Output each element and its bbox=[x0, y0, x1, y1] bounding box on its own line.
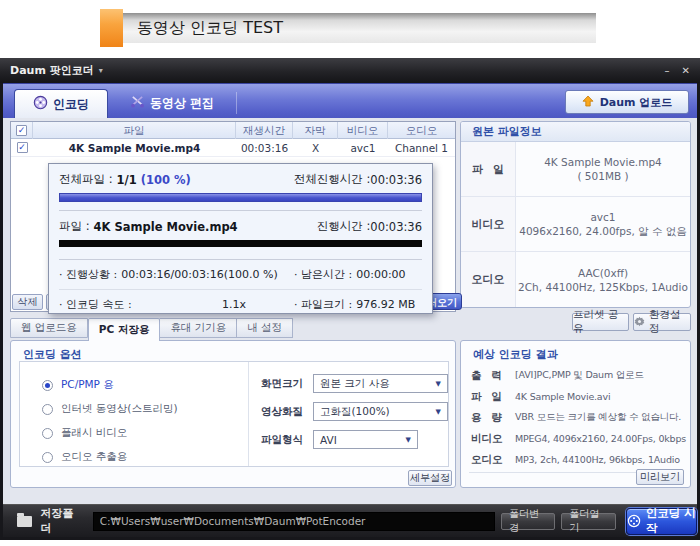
radio-internet-streaming[interactable]: 인터넷 동영상(스트리밍) bbox=[42, 397, 248, 421]
detail-settings-button[interactable]: 세부설정 bbox=[408, 470, 452, 486]
file-progress-bar bbox=[59, 240, 422, 247]
radio-flash-video[interactable]: 플래시 비디오 bbox=[42, 421, 248, 445]
window-titlebar[interactable]: Daum 팟인코더 ▾ – ✕ bbox=[0, 58, 700, 83]
result-row-audio: 오디오 MP3, 2ch, 44100Hz, 96kbps, 1Audio bbox=[471, 449, 685, 470]
cell-duration: 00:03:16 bbox=[236, 142, 293, 154]
source-audio-codec: AAC(0xff) bbox=[578, 266, 628, 280]
format-value: AVI bbox=[320, 434, 337, 446]
start-encoding-button[interactable]: 인코딩 시작 bbox=[626, 508, 697, 535]
radio-internet-label: 인터넷 동영상(스트리밍) bbox=[61, 402, 178, 416]
column-header-subtitle[interactable]: 자막 bbox=[293, 122, 338, 139]
output-label: 출 력 bbox=[471, 369, 515, 383]
select-all-cell[interactable]: ✓ bbox=[11, 122, 33, 139]
quality-value: 고화질(100%) bbox=[320, 405, 390, 419]
open-folder-button[interactable]: 폴더열기 bbox=[561, 513, 615, 530]
result-row-output: 출 력 [AVI]PC,PMP 및 Daum 업로드 bbox=[471, 365, 685, 386]
quality-row: 영상화질 고화질(100%) ▼ bbox=[261, 402, 448, 421]
table-row[interactable]: ✓ 4K Sample Movie.mp4 00:03:16 X avc1 Ch… bbox=[11, 139, 455, 157]
expected-result-rows: 출 력 [AVI]PC,PMP 및 Daum 업로드 파 일 4K Sample… bbox=[471, 365, 685, 470]
format-row: 파일형식 AVI ▼ bbox=[261, 430, 448, 449]
source-info-row-audio: 오디오 AAC(0xff) 2Ch, 44100Hz, 125Kbps, 1Au… bbox=[461, 252, 690, 307]
radio-flash-label: 플래시 비디오 bbox=[61, 426, 127, 440]
total-files-label: 전체파일 : bbox=[59, 172, 113, 187]
orange-accent-block bbox=[100, 9, 123, 47]
preset-tab-mobile[interactable]: 휴대 기기용 bbox=[160, 318, 237, 338]
preset-share-button[interactable]: 프리셋 공유 bbox=[572, 313, 629, 331]
start-encoding-label: 인코딩 시작 bbox=[646, 506, 696, 536]
preview-button[interactable]: 미리보기 bbox=[636, 469, 684, 485]
status-value: 00:03:16/00:03:16(100.0 %) bbox=[121, 268, 278, 281]
screenshot-root: 동영상 인코딩 TEST Daum 팟인코더 ▾ – ✕ 인코딩 동영상 편집 … bbox=[0, 0, 700, 546]
cell-audio: Channel 1 bbox=[388, 142, 455, 154]
encoding-progress-dialog: 전체파일 : 1/1 (100 %) 전체진행시간 : 00:03:36 파일 … bbox=[48, 163, 433, 314]
source-audio-value: AAC(0xff) 2Ch, 44100Hz, 125Kbps, 1Audio bbox=[516, 252, 690, 307]
screen-size-select[interactable]: 원본 크기 사용 ▼ bbox=[313, 374, 448, 393]
radio-pc-pmp[interactable]: PC/PMP 용 bbox=[42, 373, 248, 397]
status-label: · 진행상황 : bbox=[59, 267, 117, 282]
cell-subtitle: X bbox=[293, 142, 338, 154]
radio-selected-icon bbox=[42, 380, 53, 391]
minimize-button[interactable]: – bbox=[665, 66, 670, 76]
select-all-checkbox[interactable]: ✓ bbox=[16, 125, 27, 136]
tab-video-edit[interactable]: 동영상 편집 bbox=[112, 89, 232, 118]
total-time-label: 전체진행시간 : bbox=[294, 172, 371, 187]
screen-size-label: 화면크기 bbox=[261, 377, 313, 391]
radio-icon bbox=[42, 428, 53, 439]
total-time-value: 00:03:36 bbox=[370, 173, 422, 187]
source-video-detail: 4096x2160, 24.00fps, 알 수 없음 bbox=[519, 224, 687, 238]
page-header: 동영상 인코딩 TEST bbox=[0, 0, 700, 58]
preset-tab-my-settings[interactable]: 내 설정 bbox=[237, 318, 293, 338]
radio-icon bbox=[42, 452, 53, 463]
output-value: [AVI]PC,PMP 및 Daum 업로드 bbox=[515, 369, 644, 382]
speed-label: · 인코딩 속도 : bbox=[59, 297, 132, 312]
result-row-file: 파 일 4K Sample Movie.avi bbox=[471, 386, 685, 407]
window-title: Daum 팟인코더 bbox=[10, 63, 94, 78]
result-video-value: MPEG4, 4096x2160, 24.00Fps, 0kbps bbox=[515, 433, 686, 444]
remaining-time: · 남은시간 : 00:00:00 bbox=[294, 267, 422, 282]
scissors-icon bbox=[130, 94, 145, 113]
page-title: 동영상 인코딩 TEST bbox=[137, 18, 283, 39]
speed-row: · 인코딩 속도 : 1.1x · 파일크기 : 976.92 MB bbox=[59, 290, 422, 312]
close-button[interactable]: ✕ bbox=[682, 66, 690, 76]
result-row-video: 비디오 MPEG4, 4096x2160, 24.00Fps, 0kbps bbox=[471, 428, 685, 449]
format-label: 파일형식 bbox=[261, 433, 313, 447]
column-header-video[interactable]: 비디오 bbox=[338, 122, 388, 139]
preset-tab-pc-save[interactable]: PC 저장용 bbox=[88, 318, 161, 341]
encoding-mode-radio-group: PC/PMP 용 인터넷 동영상(스트리밍) 플래시 비디오 오디오 추출용 bbox=[20, 362, 249, 466]
column-header-duration[interactable]: 재생시간 bbox=[236, 122, 293, 139]
remain-label: · 남은시간 : bbox=[294, 267, 352, 282]
row-checkbox[interactable]: ✓ bbox=[17, 142, 28, 153]
size-label: · 파일크기 : bbox=[294, 297, 352, 312]
settings-button[interactable]: 환경설정 bbox=[633, 313, 691, 331]
chevron-down-icon: ▼ bbox=[436, 408, 441, 416]
row-checkbox-cell[interactable]: ✓ bbox=[11, 142, 33, 153]
radio-audio-extract[interactable]: 오디오 추출용 bbox=[42, 445, 248, 469]
result-file-label: 파 일 bbox=[471, 390, 515, 404]
quality-label: 영상화질 bbox=[261, 405, 313, 419]
tab-encoding[interactable]: 인코딩 bbox=[14, 89, 108, 118]
tab-divider bbox=[236, 92, 237, 114]
progress-status: · 진행상황 : 00:03:16/00:03:16(100.0 %) bbox=[59, 267, 294, 282]
preset-tab-bar: 웹 업로드용 PC 저장용 휴대 기기용 내 설정 bbox=[10, 318, 293, 341]
result-audio-value: MP3, 2ch, 44100Hz, 96kbps, 1Audio bbox=[515, 454, 680, 465]
column-header-file[interactable]: 파일 bbox=[33, 122, 236, 139]
result-size-value: VBR 모드는 크기를 예상할 수 없습니다. bbox=[515, 411, 681, 424]
source-audio-detail: 2Ch, 44100Hz, 125Kbps, 1Audio bbox=[518, 280, 688, 294]
daum-upload-button[interactable]: Daum 업로드 bbox=[565, 90, 689, 114]
quality-select[interactable]: 고화질(100%) ▼ bbox=[313, 402, 448, 421]
result-file-value: 4K Sample Movie.avi bbox=[515, 391, 610, 402]
source-video-value: avc1 4096x2160, 24.00fps, 알 수 없음 bbox=[516, 197, 690, 251]
window-bottom-edge bbox=[0, 537, 700, 540]
current-file-name: 4K Sample Movie.mp4 bbox=[94, 220, 238, 234]
preset-tab-web-upload[interactable]: 웹 업로드용 bbox=[10, 318, 88, 338]
delete-button[interactable]: 삭제 bbox=[12, 294, 43, 310]
format-select[interactable]: AVI ▼ bbox=[313, 430, 418, 449]
change-folder-button[interactable]: 폴더변경 bbox=[501, 513, 555, 530]
radio-icon bbox=[42, 404, 53, 415]
source-file-size: ( 501MB ) bbox=[577, 169, 628, 183]
save-folder-path-input[interactable] bbox=[93, 512, 495, 531]
encoding-speed: · 인코딩 속도 : 1.1x bbox=[59, 297, 294, 312]
result-row-size: 용 량 VBR 모드는 크기를 예상할 수 없습니다. bbox=[471, 407, 685, 428]
column-header-audio[interactable]: 오디오 bbox=[388, 122, 455, 139]
title-menu-arrow-icon[interactable]: ▾ bbox=[99, 66, 103, 75]
